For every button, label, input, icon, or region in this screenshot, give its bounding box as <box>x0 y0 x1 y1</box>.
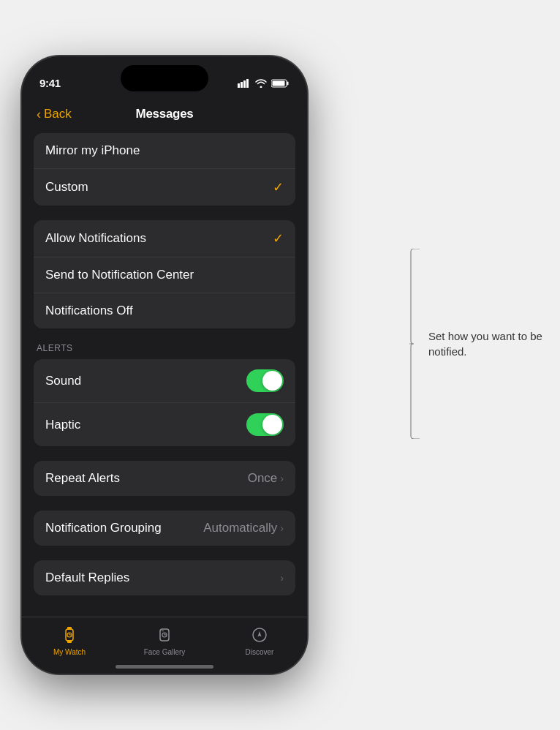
svg-rect-17 <box>162 631 164 631</box>
alerts-section-label: ALERTS <box>34 343 295 353</box>
custom-check-icon: ✓ <box>273 179 284 195</box>
discover-icon <box>249 625 270 645</box>
my-watch-tab-label: My Watch <box>53 648 86 656</box>
haptic-toggle[interactable] <box>246 413 284 436</box>
allow-notifications-row[interactable]: Allow Notifications ✓ <box>34 220 295 257</box>
notification-grouping-group: Notification Grouping Automatically › <box>34 511 295 546</box>
dynamic-island <box>121 65 208 91</box>
svg-rect-8 <box>67 627 72 630</box>
face-gallery-icon <box>154 625 175 645</box>
repeat-alerts-chevron-icon: › <box>280 473 284 484</box>
annotation-text: Set how you want to be notified. <box>428 328 545 359</box>
svg-marker-19 <box>258 631 262 637</box>
sound-row[interactable]: Sound <box>34 359 295 403</box>
allow-notifications-check-icon: ✓ <box>273 230 284 247</box>
content-scroll[interactable]: Mirror my iPhone Custom ✓ Allow Notifica… <box>22 127 307 617</box>
repeat-alerts-row[interactable]: Repeat Alerts Once › <box>34 461 295 496</box>
custom-row[interactable]: Custom ✓ <box>34 169 295 206</box>
tab-bar: My Watch Face Gallery <box>22 617 307 659</box>
svg-rect-9 <box>67 640 72 643</box>
bracket-icon <box>409 249 421 439</box>
discover-tab-label: Discover <box>246 648 274 656</box>
tab-my-watch[interactable]: My Watch <box>22 625 117 656</box>
default-replies-chevron-icon: › <box>280 572 284 584</box>
allow-notifications-label: Allow Notifications <box>45 231 146 246</box>
sound-toggle-knob <box>262 371 282 391</box>
notification-grouping-value: Automatically › <box>203 521 284 535</box>
sound-toggle[interactable] <box>246 369 284 392</box>
annotation-container: Set how you want to be notified. <box>409 249 545 439</box>
default-replies-label: Default Replies <box>45 571 129 585</box>
scene: 9:41 <box>0 0 560 730</box>
default-replies-group: Default Replies › <box>34 560 295 595</box>
signal-icon <box>238 79 251 88</box>
sound-label: Sound <box>45 374 81 388</box>
tab-discover[interactable]: Discover <box>212 625 307 656</box>
repeat-alerts-value-text: Once <box>248 471 278 486</box>
haptic-row[interactable]: Haptic <box>34 403 295 446</box>
svg-rect-1 <box>241 82 243 88</box>
notification-type-group: Allow Notifications ✓ Send to Notificati… <box>34 220 295 328</box>
screen: ‹ Back Messages Mirror my iPhone Custom … <box>22 99 307 674</box>
wifi-icon <box>255 79 267 88</box>
my-watch-icon <box>59 625 80 645</box>
repeat-alerts-value: Once › <box>248 471 284 486</box>
notification-grouping-label: Notification Grouping <box>45 521 162 535</box>
svg-rect-0 <box>238 83 240 88</box>
notification-grouping-value-text: Automatically <box>203 521 277 535</box>
back-label: Back <box>44 107 72 121</box>
repeat-alerts-group: Repeat Alerts Once › <box>34 461 295 496</box>
battery-icon <box>271 79 290 88</box>
back-chevron-icon: ‹ <box>37 107 41 122</box>
send-to-center-row[interactable]: Send to Notification Center <box>34 257 295 293</box>
home-bar <box>116 665 213 669</box>
notification-source-group: Mirror my iPhone Custom ✓ <box>34 133 295 206</box>
send-to-center-label: Send to Notification Center <box>45 268 194 282</box>
svg-rect-5 <box>287 81 289 85</box>
nav-bar: ‹ Back Messages <box>22 99 307 127</box>
face-gallery-tab-label: Face Gallery <box>144 648 186 656</box>
alerts-group: Sound Haptic <box>34 359 295 446</box>
phone-shell: 9:41 <box>22 56 307 674</box>
tab-face-gallery[interactable]: Face Gallery <box>117 625 212 656</box>
custom-label: Custom <box>45 180 88 195</box>
notification-grouping-chevron-icon: › <box>280 522 284 534</box>
haptic-toggle-knob <box>262 415 282 434</box>
annotation-text-container: Set how you want to be notified. <box>424 328 545 359</box>
repeat-alerts-label: Repeat Alerts <box>45 471 120 486</box>
status-icons <box>238 79 290 88</box>
home-indicator <box>22 659 307 674</box>
notifications-off-label: Notifications Off <box>45 304 133 318</box>
haptic-label: Haptic <box>45 418 80 432</box>
mirror-iphone-row[interactable]: Mirror my iPhone <box>34 133 295 169</box>
svg-rect-3 <box>246 79 249 88</box>
notification-grouping-row[interactable]: Notification Grouping Automatically › <box>34 511 295 546</box>
back-button[interactable]: ‹ Back <box>37 107 72 122</box>
mirror-iphone-label: Mirror my iPhone <box>45 143 140 158</box>
notifications-off-row[interactable]: Notifications Off <box>34 293 295 328</box>
status-time: 9:41 <box>39 77 61 89</box>
svg-rect-2 <box>243 80 246 88</box>
page-title: Messages <box>136 107 194 121</box>
svg-rect-6 <box>273 80 285 86</box>
default-replies-row[interactable]: Default Replies › <box>34 560 295 595</box>
